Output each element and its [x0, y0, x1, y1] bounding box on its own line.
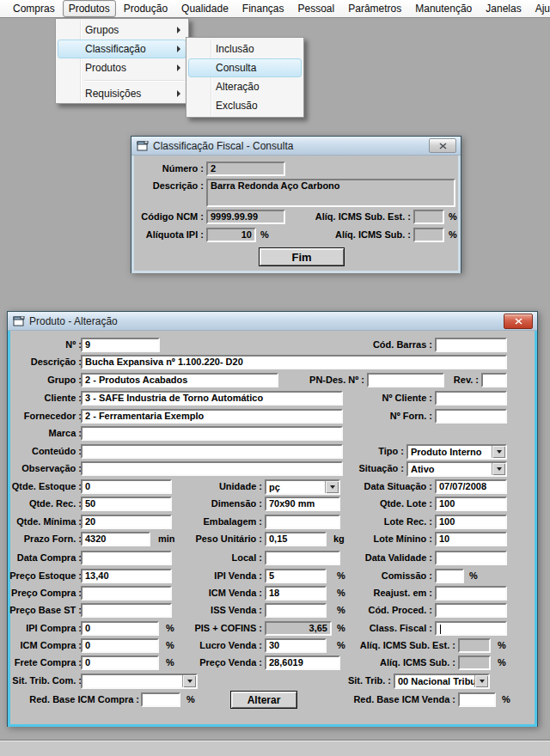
menu-item-classificacao[interactable]: Classificação: [58, 40, 186, 58]
field-data-compra[interactable]: [81, 551, 172, 565]
menu-item-pessoal[interactable]: Pessoal: [292, 0, 341, 17]
dropdown-button[interactable]: [474, 675, 488, 687]
field-icm-compra[interactable]: 0: [81, 638, 159, 653]
dropdown-button[interactable]: [492, 446, 505, 458]
menu-item-inclusao[interactable]: Inclusão: [188, 40, 302, 58]
field-n[interactable]: 9: [81, 338, 160, 352]
label-lucro-venda: Lucro Venda :: [199, 638, 262, 653]
combo-situacao[interactable]: Ativo: [406, 461, 507, 477]
label-ipi-venda: IPI Venda :: [214, 569, 262, 583]
dropdown-button[interactable]: [182, 675, 196, 687]
field-local[interactable]: [265, 551, 340, 565]
dropdown-button[interactable]: [325, 481, 339, 493]
close-button[interactable]: [429, 138, 456, 153]
label-sit-trib-com: Sit. Trib. Com. :: [12, 674, 82, 688]
field-lote-rec[interactable]: 100: [435, 515, 507, 529]
menu-item-producao[interactable]: Produção: [118, 0, 174, 17]
field-prazo-forn[interactable]: 4320: [81, 532, 150, 546]
field-lote-minino[interactable]: 10: [435, 532, 507, 546]
label-marca: Marca :: [48, 426, 82, 441]
field-numero[interactable]: 2: [206, 162, 285, 176]
field-peso-unitario[interactable]: 0,15: [265, 532, 327, 546]
field-codigo-ncm[interactable]: 9999.99.99: [206, 210, 285, 224]
text-caret: [440, 625, 441, 634]
label-tipo: Tipo :: [378, 444, 404, 459]
field-qtde-rec[interactable]: 50: [81, 497, 172, 511]
field-descricao[interactable]: Bucha Expansiva nº 1.100.220- D20: [81, 355, 507, 369]
field-pn-des[interactable]: [367, 373, 444, 387]
field-qtde-estoque[interactable]: 0: [81, 479, 172, 494]
field-cod-proced[interactable]: [435, 603, 507, 618]
suffix-percent: %: [166, 655, 174, 670]
field-reajust-em[interactable]: [435, 586, 507, 601]
field-n-cliente[interactable]: [435, 391, 507, 405]
field-conteudo[interactable]: [81, 444, 343, 459]
field-grupo[interactable]: 2 - Produtos Acabados: [81, 373, 278, 387]
produtos-dropdown-menu: Grupos Classificação Produtos Requisiçõe…: [55, 18, 189, 104]
label-n-cliente: Nº Cliente :: [382, 391, 432, 405]
label-data-situacao: Data Situação :: [364, 479, 432, 494]
field-frete-compra[interactable]: 0: [81, 655, 159, 670]
dropdown-button[interactable]: [492, 463, 505, 475]
field-marca[interactable]: [81, 426, 343, 441]
fim-button[interactable]: Fim: [259, 247, 345, 266]
field-aliquota-ipi[interactable]: 10: [206, 228, 256, 242]
field-descricao[interactable]: Barra Redonda Aço Carbono: [206, 179, 455, 207]
menu-item-compras[interactable]: Compras: [7, 0, 61, 17]
close-button[interactable]: [504, 314, 533, 329]
field-icm-venda[interactable]: 18: [265, 586, 327, 601]
field-embalagem[interactable]: [265, 515, 340, 529]
field-ipi-compra[interactable]: 0: [81, 621, 159, 636]
menu-item-janelas[interactable]: Janelas: [480, 0, 527, 17]
field-qtde-lote[interactable]: 100: [435, 497, 507, 511]
menu-item-exclusao[interactable]: Exclusão: [188, 96, 302, 115]
field-preco-venda[interactable]: 28,6019: [265, 655, 340, 670]
field-preco-compra[interactable]: [81, 586, 172, 601]
field-preco-base-st[interactable]: [81, 603, 172, 618]
field-comissao[interactable]: [435, 569, 464, 583]
menu-item-produtos-sub[interactable]: Produtos: [58, 58, 186, 77]
menu-item-alteracao[interactable]: Alteração: [188, 77, 302, 96]
field-aliq-icms-sub-est[interactable]: [413, 210, 444, 224]
field-data-validade[interactable]: [435, 551, 507, 565]
field-iss-venda[interactable]: [265, 603, 327, 618]
menu-item-ajuda[interactable]: Ajuda: [529, 0, 550, 17]
combo-sit-trib-com[interactable]: [81, 674, 198, 689]
field-cliente[interactable]: 3 - SAFE Industria de Torno Automático: [81, 391, 343, 405]
field-aliq-icms-sub[interactable]: [413, 228, 444, 242]
menu-item-consulta[interactable]: Consulta: [188, 58, 302, 77]
menu-item-manutencao[interactable]: Manutenção: [409, 0, 478, 17]
field-n-forn[interactable]: [435, 409, 507, 424]
field-class-fiscal[interactable]: [435, 621, 507, 636]
menu-item-parametros[interactable]: Parâmetros: [342, 0, 407, 17]
alterar-button[interactable]: Alterar: [230, 691, 297, 709]
field-lucro-venda[interactable]: 30: [265, 638, 327, 653]
field-rev[interactable]: [481, 373, 507, 387]
combo-sit-trib[interactable]: 00 Nacional Tribu: [394, 674, 490, 689]
menu-item-requisicoes[interactable]: Requisições: [58, 84, 186, 103]
field-preco-estoque[interactable]: 13,40: [81, 569, 172, 583]
field-aliq-icms-sub-est[interactable]: [458, 638, 491, 653]
label-grupo: Grupo :: [47, 373, 82, 387]
menu-item-label: Inclusão: [216, 40, 296, 58]
field-qtde-minima[interactable]: 20: [81, 515, 172, 529]
chevron-down-icon: [330, 485, 335, 489]
field-observacao[interactable]: [81, 461, 343, 476]
combo-tipo[interactable]: Produto Interno: [406, 444, 507, 460]
field-pis-cofins[interactable]: 3,65: [265, 621, 332, 636]
field-cod-barras[interactable]: [435, 338, 507, 352]
field-aliq-icms-sub[interactable]: [458, 655, 491, 670]
combo-unidade[interactable]: pç: [265, 479, 340, 495]
label-dimensao: Dimensão :: [211, 497, 262, 511]
field-ipi-venda[interactable]: 5: [265, 569, 327, 583]
menu-item-produtos[interactable]: Produtos: [63, 0, 116, 17]
field-dimensao[interactable]: 70x90 mm: [265, 497, 340, 511]
field-fornecedor[interactable]: 2 - Ferramentaria Exemplo: [81, 409, 343, 424]
field-red-base-icm-venda[interactable]: [458, 692, 496, 707]
menu-item-qualidade[interactable]: Qualidade: [175, 0, 235, 17]
suffix-percent: %: [337, 603, 345, 618]
field-data-situacao[interactable]: 07/07/2008: [435, 479, 507, 494]
menu-item-grupos[interactable]: Grupos: [58, 21, 186, 40]
field-red-base-icm-compra[interactable]: [141, 692, 180, 707]
menu-item-financas[interactable]: Finanças: [236, 0, 290, 17]
